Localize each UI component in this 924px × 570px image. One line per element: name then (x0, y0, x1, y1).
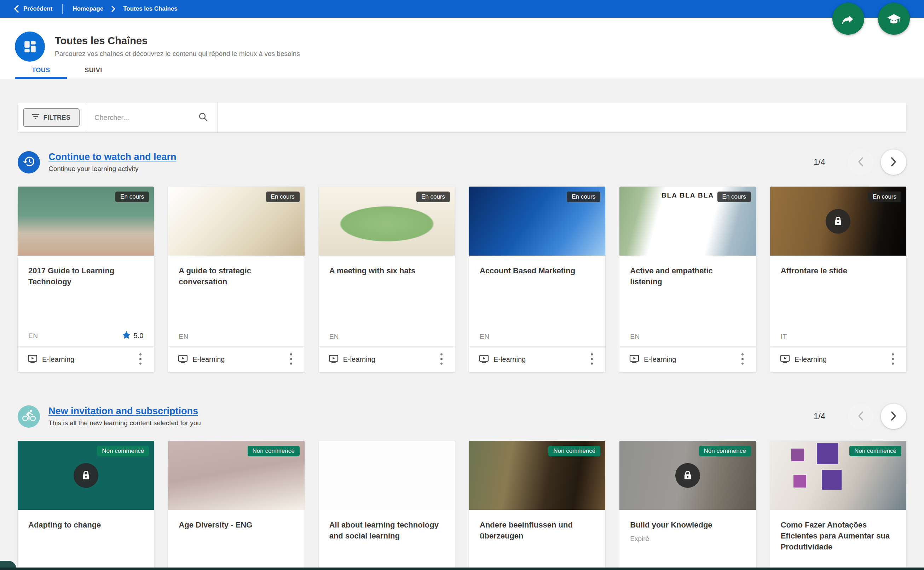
elearning-icon (629, 354, 639, 365)
course-card[interactable]: Non commencé Build your Knowledge Expiré (619, 441, 756, 570)
tab-suivi[interactable]: SUIVI (67, 61, 119, 78)
tab-tous[interactable]: TOUS (15, 61, 67, 78)
status-badge: Non commencé (699, 446, 751, 457)
card-body: Active and empathetic listening EN (619, 256, 756, 346)
section-subtitle: This is all the new learning content sel… (49, 419, 201, 427)
share-button[interactable] (832, 3, 864, 35)
status-badge: En cours (266, 192, 299, 202)
content-area: FILTRES Continu (0, 103, 924, 570)
card-menu-button[interactable] (588, 351, 596, 368)
next-page-button[interactable] (881, 404, 906, 429)
search-box (85, 103, 218, 132)
search-input[interactable] (95, 113, 194, 122)
card-thumbnail: Non commencé (469, 441, 605, 510)
breadcrumb-current-link[interactable]: Toutes les Chaînes (123, 5, 177, 12)
card-title: A meeting with six hats (329, 265, 444, 276)
lock-icon (826, 209, 851, 234)
course-card[interactable]: En cours A meeting with six hats EN E-le… (319, 187, 455, 372)
card-language: IT (781, 333, 787, 340)
card-menu-button[interactable] (137, 351, 144, 368)
status-badge: En cours (567, 192, 600, 202)
filter-icon (32, 113, 39, 121)
card-thumbnail: En cours (469, 187, 605, 256)
section-title-link[interactable]: New invitation and subscriptions (49, 406, 198, 417)
chevron-right-icon (111, 6, 115, 12)
card-menu-button[interactable] (438, 351, 445, 368)
carousel-pager: 1/4 (814, 149, 906, 175)
course-card[interactable]: BLA BLA BLA En cours Active and empathet… (619, 187, 756, 372)
content-section: New invitation and subscriptions This is… (18, 404, 906, 570)
channels-page: Précédent Homepage Toutes les Chaînes (0, 0, 924, 570)
cards-row: Non commencé Adapting to change Non comm… (18, 441, 906, 570)
elearning-icon (27, 354, 38, 365)
card-type-label: E-learning (192, 355, 225, 363)
card-thumbnail: En cours (319, 187, 455, 256)
filter-bar-spacer (218, 103, 906, 132)
kebab-icon (139, 361, 142, 366)
kebab-icon (440, 361, 443, 366)
card-language: EN (28, 332, 38, 340)
section-title-link[interactable]: Continue to watch and learn (49, 152, 177, 162)
card-thumbnail: Non commencé (18, 441, 154, 510)
card-menu-button[interactable] (739, 351, 746, 368)
card-thumbnail: Non commencé (168, 441, 304, 510)
card-title: Active and empathetic listening (630, 265, 745, 288)
chevron-right-icon (890, 411, 898, 422)
course-card[interactable]: Non commencé Age Diversity - ENG (168, 441, 304, 570)
search-icon[interactable] (198, 112, 208, 123)
breadcrumb-homepage-link[interactable]: Homepage (73, 5, 103, 12)
chevron-left-icon (857, 411, 864, 422)
card-thumbnail: En cours (18, 187, 154, 256)
chevron-left-icon (14, 5, 19, 13)
card-type-label: E-learning (794, 355, 827, 363)
prev-page-button[interactable] (848, 149, 874, 175)
card-footer: E-learning (619, 346, 756, 372)
card-footer: E-learning (18, 346, 154, 372)
card-type-label: E-learning (493, 355, 526, 363)
card-body: All about learning technology and social… (319, 510, 455, 570)
card-title: Andere beeinflussen und überzeugen (480, 520, 595, 542)
status-badge: En cours (718, 192, 751, 202)
course-card[interactable]: Non commencé Adapting to change (18, 441, 154, 570)
elearning-icon (780, 354, 790, 365)
card-footer: E-learning (319, 346, 455, 372)
top-navigation-bar: Précédent Homepage Toutes les Chaînes (0, 0, 924, 18)
card-body: Age Diversity - ENG (168, 510, 304, 570)
card-thumbnail: Non commencé (619, 441, 756, 510)
course-card[interactable]: Non commencé Andere beeinflussen und übe… (469, 441, 605, 570)
card-menu-button[interactable] (889, 351, 897, 368)
my-learning-button[interactable] (878, 3, 910, 35)
status-badge: Non commencé (548, 446, 600, 457)
card-body: 2017 Guide to Learning Technology EN 5.0 (18, 256, 154, 346)
filters-button[interactable]: FILTRES (23, 108, 79, 127)
card-language: EN (480, 333, 489, 340)
card-meta: EN 5.0 (28, 331, 143, 340)
back-link[interactable]: Précédent (14, 5, 52, 13)
card-body: Account Based Marketing EN (469, 256, 605, 346)
page-subtitle: Parcourez vos chaînes et découvrez le co… (55, 50, 300, 58)
next-page-button[interactable] (881, 149, 906, 175)
card-meta: EN (630, 333, 745, 340)
card-footer: E-learning (770, 346, 906, 372)
card-language: EN (329, 333, 339, 340)
status-badge: En cours (416, 192, 450, 202)
course-card[interactable]: En cours A guide to strategic conversati… (168, 187, 304, 372)
status-badge: En cours (115, 192, 149, 202)
card-thumbnail: BLA BLA BLA En cours (619, 187, 756, 256)
course-card[interactable]: En cours 2017 Guide to Learning Technolo… (18, 187, 154, 372)
chevron-left-icon (857, 156, 864, 168)
course-card[interactable]: All about learning technology and social… (319, 441, 455, 570)
kebab-icon (892, 361, 894, 366)
course-card[interactable]: Non commencé Como Fazer Anotações Eficie… (770, 441, 906, 570)
elearning-icon (479, 354, 489, 365)
course-card[interactable]: En cours Account Based Marketing EN E-le… (469, 187, 605, 372)
status-badge: Non commencé (97, 446, 149, 457)
prev-page-button[interactable] (848, 404, 874, 429)
course-card[interactable]: En cours Affrontare le sfide IT (770, 187, 906, 372)
history-icon (23, 155, 35, 169)
card-title: Affrontare le sfide (781, 265, 896, 276)
card-title: 2017 Guide to Learning Technology (28, 265, 143, 288)
card-thumbnail: Non commencé (770, 441, 906, 510)
card-menu-button[interactable] (288, 351, 295, 368)
card-meta: EN (179, 333, 293, 340)
